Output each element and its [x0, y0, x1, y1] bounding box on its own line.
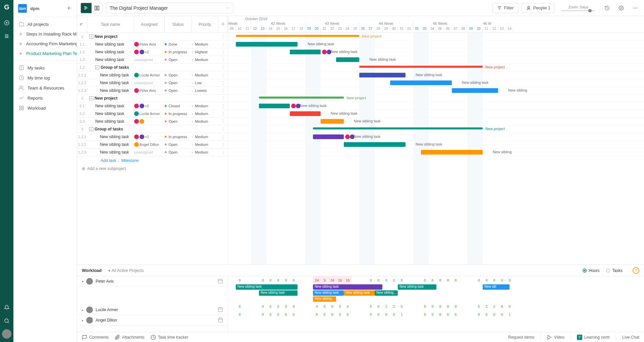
- gantt-group-bar[interactable]: [313, 127, 483, 129]
- add-subproject-button[interactable]: ⊕ Add a new subproject: [77, 165, 228, 172]
- row-menu-icon[interactable]: ⋮: [218, 42, 228, 47]
- settings-icon[interactable]: [616, 3, 627, 13]
- col-task-name[interactable]: Task name: [87, 16, 134, 33]
- video-link[interactable]: Video: [547, 335, 564, 340]
- gantt-view-button[interactable]: [81, 3, 92, 13]
- row-menu-icon[interactable]: ⋮: [218, 96, 228, 101]
- task-row[interactable]: 1.2.3 New sibling task Peter Avis Open ↓…: [77, 87, 228, 95]
- row-menu-icon[interactable]: ⋮: [218, 142, 228, 147]
- task-row[interactable]: 1.3 New sibling task unassigned Open ↑Me…: [77, 56, 228, 64]
- filter-button[interactable]: Filter: [492, 3, 518, 13]
- gantt-bar[interactable]: [259, 104, 290, 108]
- gantt-bar[interactable]: [421, 150, 483, 155]
- bell-icon[interactable]: [2, 302, 12, 312]
- add-task-link[interactable]: Add task: [101, 158, 116, 163]
- workload-bar[interactable]: New sibling task: [313, 290, 344, 296]
- more-icon[interactable]: [630, 3, 641, 13]
- task-row[interactable]: 1.2 New sibling task +2 In progress ↑Hig…: [77, 48, 228, 56]
- chevron-icon[interactable]: ▸: [82, 308, 84, 312]
- sidebar-item-workload[interactable]: Workload: [13, 103, 77, 113]
- row-menu-icon[interactable]: ⋮: [218, 57, 228, 62]
- add-column-button[interactable]: +: [218, 16, 228, 33]
- workload-bar[interactable]: New sibling task: [259, 290, 298, 296]
- sidebar-item-team[interactable]: Team & Resources: [13, 83, 77, 93]
- col-status[interactable]: Status: [165, 16, 192, 33]
- row-menu-icon[interactable]: ⋮: [218, 119, 228, 124]
- request-demo-link[interactable]: Request demo: [508, 335, 534, 340]
- workload-bar[interactable]: New sib: [483, 284, 509, 290]
- gantt-bar[interactable]: [452, 88, 498, 93]
- gantt-bar[interactable]: [390, 80, 452, 85]
- user-avatar[interactable]: [2, 329, 11, 339]
- help-icon[interactable]: ?: [633, 267, 639, 274]
- collapse-toggle[interactable]: −: [95, 65, 99, 69]
- collapse-toggle[interactable]: −: [89, 35, 93, 39]
- sidebar-item-reports[interactable]: Reports: [13, 93, 77, 103]
- gantt-group-bar[interactable]: [236, 35, 359, 37]
- workload-bar[interactable]: New sibling task: [398, 284, 436, 290]
- gantt-group-bar[interactable]: [359, 66, 483, 68]
- calendar-icon[interactable]: [218, 317, 223, 324]
- attachments-button[interactable]: Attachments: [115, 335, 145, 340]
- row-menu-icon[interactable]: ⋮: [218, 80, 228, 85]
- calendar-icon[interactable]: [218, 278, 223, 285]
- sort-icon[interactable]: [77, 16, 87, 33]
- chevron-icon[interactable]: ▸: [82, 319, 84, 322]
- people-button[interactable]: People 1: [522, 3, 555, 13]
- radio-hours[interactable]: Hours: [583, 268, 599, 273]
- gantt-bar[interactable]: [321, 119, 344, 124]
- task-row[interactable]: 1.2.3 New sibling task unassigned Open ↑…: [77, 149, 228, 156]
- add-milestone-link[interactable]: Milestone: [121, 158, 139, 163]
- row-menu-icon[interactable]: ⋮: [218, 104, 228, 108]
- task-row[interactable]: 2.1 New sibling task +2 Closed ↑Medium ⋮: [77, 102, 228, 110]
- gantt-bar[interactable]: [336, 57, 359, 62]
- task-row[interactable]: 2.3 New sibling task Open ↑Medium ⋮: [77, 118, 228, 125]
- board-view-button[interactable]: [92, 3, 102, 13]
- workload-bar[interactable]: New sibling task: [236, 284, 298, 290]
- workload-bar[interactable]: New sibling...: [313, 296, 336, 302]
- row-menu-icon[interactable]: ⋮: [218, 65, 228, 70]
- workload-bar[interactable]: New sibling...: [375, 290, 398, 296]
- task-row[interactable]: 2.2 New sibling task Lucile Armer In pro…: [77, 110, 228, 118]
- add-button[interactable]: [2, 18, 12, 28]
- task-tracker-button[interactable]: Task time tracker: [151, 335, 189, 340]
- sidebar-favorite-2[interactable]: ★ Product Marketing Plan Te...: [13, 49, 77, 58]
- collapse-toggle[interactable]: −: [89, 127, 93, 131]
- col-priority[interactable]: Priority: [192, 16, 218, 33]
- row-menu-icon[interactable]: ⋮: [218, 50, 228, 54]
- gantt-bar[interactable]: [290, 111, 321, 116]
- search-icon[interactable]: [2, 316, 12, 326]
- gantt-bar[interactable]: [359, 73, 406, 77]
- task-row[interactable]: 1 − New project ⋮: [77, 33, 228, 41]
- row-menu-icon[interactable]: ⋮: [218, 111, 228, 116]
- gantt-chart[interactable]: October 2019 Week42 Week43 Week44 Week45…: [228, 16, 644, 265]
- back-button[interactable]: [67, 5, 72, 12]
- sidebar-item-my-tasks[interactable]: My tasks: [13, 63, 77, 73]
- row-menu-icon[interactable]: ⋮: [218, 88, 228, 93]
- menu-button[interactable]: [2, 31, 12, 41]
- gantt-bar[interactable]: [313, 134, 344, 139]
- row-menu-icon[interactable]: ⋮: [218, 150, 228, 155]
- sidebar-item-all-projects[interactable]: All projects: [13, 19, 77, 29]
- task-row[interactable]: 2 − New project ⋮: [77, 95, 228, 102]
- gantt-bar[interactable]: [236, 42, 298, 47]
- workload-bar[interactable]: New sibling task: [313, 284, 382, 290]
- task-row[interactable]: 1.2.2 New sibling task unassigned Open ↓…: [77, 79, 228, 87]
- col-assigned[interactable]: Assigned: [134, 16, 165, 33]
- learning-link[interactable]: ?Learning centr: [577, 335, 610, 340]
- task-row[interactable]: 1.2.1 New sibling task Lucile Armer Open…: [77, 71, 228, 79]
- row-menu-icon[interactable]: ⋮: [218, 127, 228, 131]
- collapse-toggle[interactable]: −: [89, 96, 93, 100]
- chevron-icon[interactable]: ▾: [82, 280, 84, 283]
- project-title-box[interactable]: The Digital Project Manager ☆: [106, 3, 233, 13]
- sidebar-favorite-0[interactable]: ★ Steps In Installing Rack Mo...: [13, 29, 77, 39]
- task-row[interactable]: 1.2.2 New sibling task Angel Dillon Open…: [77, 141, 228, 149]
- task-row[interactable]: 1.2 − Group of tasks ⋮: [77, 64, 228, 71]
- workload-person-row[interactable]: ▸Angel Dillon: [77, 315, 228, 326]
- gantt-bar[interactable]: [290, 50, 321, 54]
- calendar-icon[interactable]: [218, 307, 223, 313]
- gantt-bar[interactable]: [344, 142, 406, 147]
- task-row[interactable]: 1.1 New sibling task Peter Avis Done ↑Me…: [77, 41, 228, 48]
- row-menu-icon[interactable]: ⋮: [218, 134, 228, 139]
- workload-person-row[interactable]: ▾Peter Avis: [77, 276, 228, 287]
